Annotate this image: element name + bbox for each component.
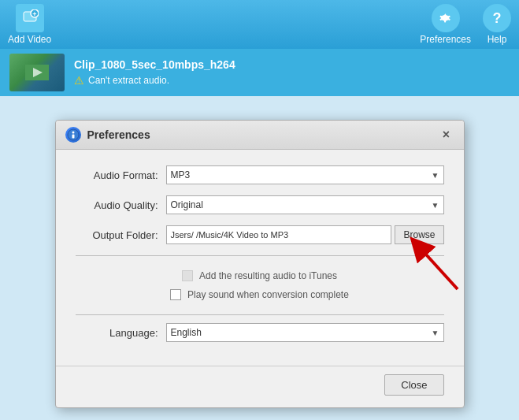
warning-icon: ⚠ [74, 74, 84, 87]
audio-format-label: Audio Format: [76, 169, 166, 181]
output-folder-row: Output Folder: Jsers/ /Music/4K Video to… [76, 225, 444, 244]
dialog-title: Preferences [87, 128, 432, 141]
audio-quality-row: Audio Quality: Original ▼ [76, 195, 444, 214]
svg-text:+: + [32, 10, 36, 18]
language-value: English [171, 327, 202, 338]
add-video-icon: + [16, 4, 44, 32]
language-select[interactable]: English ▼ [166, 323, 444, 342]
sound-checkbox-row[interactable]: Play sound when conversion complete [170, 289, 349, 300]
divider-2 [76, 314, 444, 315]
dialog-body: Audio Format: MP3 ▼ Audio Quality: Origi… [56, 150, 464, 366]
video-bar: Clip_1080_5sec_10mbps_h264 ⚠ Can't extra… [0, 49, 519, 96]
add-video-button[interactable]: + Add Video [8, 4, 51, 45]
language-arrow-icon: ▼ [432, 329, 439, 337]
browse-button[interactable]: Browse [395, 225, 443, 244]
audio-quality-arrow-icon: ▼ [432, 201, 439, 210]
checkbox-section: Add the resulting audio to iTunes Play s… [76, 264, 444, 307]
preferences-icon [432, 4, 460, 32]
help-button[interactable]: ? Help [483, 4, 511, 45]
language-label: Language: [76, 327, 166, 339]
language-row: Language: English ▼ [76, 323, 444, 342]
toolbar-right: Preferences ? Help [420, 4, 511, 45]
audio-format-value: MP3 [171, 169, 191, 180]
preferences-button[interactable]: Preferences [420, 4, 471, 45]
warning-text: Can't extract audio. [88, 75, 169, 86]
audio-quality-label: Audio Quality: [76, 199, 166, 211]
add-video-label: Add Video [8, 34, 51, 45]
audio-quality-value: Original [171, 199, 203, 210]
svg-point-7 [72, 132, 74, 134]
help-label: Help [487, 34, 507, 45]
toolbar: + Add Video Preferences ? Help [0, 0, 519, 49]
help-icon: ? [483, 4, 511, 32]
audio-format-row: Audio Format: MP3 ▼ [76, 165, 444, 184]
preferences-dialog: Preferences × Audio Format: MP3 ▼ Audio … [55, 120, 465, 408]
video-title: Clip_1080_5sec_10mbps_h264 [74, 58, 235, 71]
dialog-icon [65, 127, 81, 143]
audio-quality-select[interactable]: Original ▼ [166, 195, 444, 214]
itunes-checkbox-row[interactable]: Add the resulting audio to iTunes [182, 270, 337, 281]
output-folder-path: Jsers/ /Music/4K Video to MP3 [166, 225, 392, 244]
main-area: Preferences × Audio Format: MP3 ▼ Audio … [0, 96, 519, 420]
sound-checkbox-label: Play sound when conversion complete [187, 289, 349, 300]
sound-checkbox[interactable] [170, 289, 181, 300]
preferences-label: Preferences [420, 34, 471, 45]
dialog-footer: Close [56, 366, 464, 407]
audio-format-select[interactable]: MP3 ▼ [166, 165, 444, 184]
itunes-checkbox-label: Add the resulting audio to iTunes [199, 270, 337, 281]
close-button[interactable]: Close [384, 374, 443, 396]
itunes-checkbox[interactable] [182, 270, 193, 281]
video-warning: ⚠ Can't extract audio. [74, 74, 235, 87]
video-thumbnail [9, 54, 65, 91]
video-info: Clip_1080_5sec_10mbps_h264 ⚠ Can't extra… [74, 58, 235, 87]
audio-format-arrow-icon: ▼ [432, 171, 439, 180]
divider-1 [76, 255, 444, 256]
dialog-title-bar: Preferences × [56, 121, 464, 150]
output-folder-label: Output Folder: [76, 229, 166, 241]
svg-rect-8 [72, 135, 74, 139]
dialog-close-button[interactable]: × [439, 127, 454, 143]
